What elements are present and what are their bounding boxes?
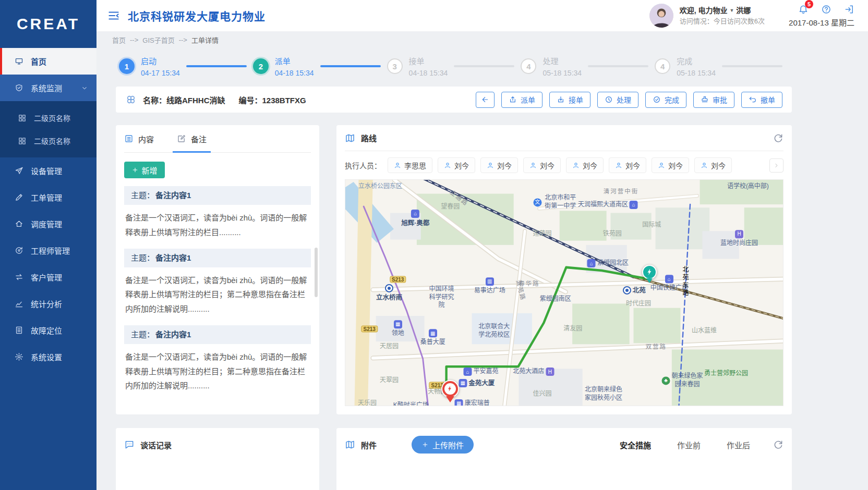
map-label: 铁苑园	[603, 230, 622, 238]
executor-chip[interactable]: 刘今	[438, 157, 475, 173]
dispatch-button[interactable]: 派单	[501, 92, 542, 108]
tab-content[interactable]: 内容	[124, 125, 154, 152]
edit-icon	[177, 134, 186, 143]
notifications-bell-icon[interactable]: 5	[798, 4, 809, 15]
sidebar-item-label: 系统设置	[31, 351, 62, 362]
map-label: ▦康宏瑞普	[455, 399, 490, 406]
breadcrumb-separator: -->	[179, 36, 187, 44]
note-body: 备注是一个汉语词汇，读音为bèi zhù。词语的一般解释表册上供填写附注的栏目；…	[124, 344, 311, 394]
sidebar-item-system-settings[interactable]: 系统设置	[0, 344, 97, 370]
help-icon[interactable]	[821, 4, 831, 15]
refresh-icon[interactable]	[773, 439, 783, 450]
step-5: 4完成05-18 15:34	[655, 55, 716, 77]
sidebar-item-stats-analysis[interactable]: 统计分析	[0, 290, 97, 317]
avatar[interactable]	[649, 4, 673, 28]
notes-tabs: 内容 备注	[124, 125, 311, 153]
bldg-poi-icon: ▦	[394, 320, 402, 328]
sidebar-menu: 首页系统监测二级页名称二级页名称设备管理工单管理调度管理工程师管理客户管理统计分…	[0, 48, 97, 370]
sidebar-item-home[interactable]: 首页	[0, 48, 97, 75]
map-label: ▥易事达广场	[474, 277, 505, 295]
route-start-marker[interactable]	[441, 380, 459, 398]
tab-safety-measures[interactable]: 安全措施	[620, 439, 651, 450]
hotel-poi-icon: H	[735, 230, 743, 238]
sidebar-item-label: 故障定位	[31, 325, 62, 336]
user-dropdown-caret[interactable]: ▼	[730, 8, 734, 13]
step-connector	[588, 65, 648, 67]
step-connector	[320, 65, 381, 67]
sidebar-item-workorder-mgmt[interactable]: 工单管理	[0, 184, 97, 211]
executor-chip[interactable]: 刘今	[652, 157, 689, 173]
upload-attachment-button[interactable]: 上传附件	[412, 436, 474, 454]
welcome-block: 欢迎, 电力物业 ▼ 洪娜 访问情况：今日访问次数6次	[680, 5, 765, 27]
map-label: ⌂旭辉·奥都	[401, 209, 429, 227]
sidebar-item-dispatch-mgmt[interactable]: 调度管理	[0, 211, 97, 237]
map-label: 春华路	[519, 280, 540, 288]
accept-button[interactable]: 接单	[549, 92, 590, 108]
note-item: 主题：备注内容1备注是一个汉语词汇，读音为bèi zhù。词语的一般解释表册上供…	[124, 249, 311, 317]
step-date: 05-18 15:34	[677, 69, 716, 77]
logout-icon[interactable]	[844, 4, 854, 15]
road-number-badge: S213	[390, 276, 406, 283]
map-label: 立水桥南	[376, 284, 402, 301]
breadcrumb-gis[interactable]: GIS子首页	[142, 35, 174, 45]
step-3: 3接单04-18 15:34	[387, 55, 448, 77]
school-poi-icon: 文	[533, 198, 541, 206]
sidebar-item-device-mgmt[interactable]: 设备管理	[0, 157, 97, 184]
add-note-button[interactable]: 新增	[124, 162, 165, 178]
sidebar-item-customer-mgmt[interactable]: 客户管理	[0, 264, 97, 290]
executor-chip[interactable]: 李思思	[388, 157, 432, 173]
refresh-icon[interactable]	[773, 133, 783, 143]
attachments-panel: 附件 上传附件 安全措施 作业前 作业后	[336, 428, 792, 490]
map-label: 天居园	[380, 343, 399, 351]
executors-more-button[interactable]	[769, 158, 783, 173]
sidebar-item-subpage-2[interactable]: 二级页名称	[0, 129, 97, 152]
step-label: 处理	[542, 55, 582, 66]
sidebar-item-monitoring[interactable]: 系统监测	[0, 75, 97, 101]
tab-remarks[interactable]: 备注	[177, 125, 207, 152]
notification-badge: 5	[805, 0, 813, 8]
map-label: 佳兴园	[533, 390, 552, 399]
sidebar-item-label: 二级页名称	[34, 113, 70, 123]
notes-panel: 内容 备注 新增 主题：备注内容1备注是一个汉语词汇，读音为bèi zhù。词语…	[116, 125, 319, 414]
executor-chip[interactable]: 刘今	[480, 157, 518, 173]
map-label: 立水桥公园东区	[358, 182, 402, 191]
approve-button[interactable]: 审批	[693, 92, 734, 108]
map-label: 北苑大酒店H	[513, 368, 554, 376]
route-end-marker[interactable]	[642, 265, 657, 279]
sidebar-item-fault-location[interactable]: 故障定位	[0, 317, 97, 344]
sidebar-item-engineer-mgmt[interactable]: 工程师管理	[0, 237, 97, 264]
revoke-button[interactable]: 撤单	[741, 92, 782, 108]
map-label: ♣朝来绿色家园来春园	[662, 373, 703, 389]
map-label: 双营路	[645, 343, 667, 351]
route-map[interactable]: 立水桥公园东区立通路望春园文北京市和平街第一中学清河营中街天润福熙大道南区⌂语学…	[345, 179, 783, 406]
notes-list: 主题：备注内容1备注是一个汉语词汇，读音为bèi zhù。词语的一般解释表册上供…	[124, 186, 311, 394]
road-number-badge: S213	[361, 325, 377, 332]
map-label: 勇士营郊野公园	[704, 370, 748, 378]
complete-button[interactable]: 完成	[645, 92, 686, 108]
chat-icon	[124, 439, 135, 450]
executor-chip[interactable]: 刘今	[609, 157, 646, 173]
map-label: ▦领地	[392, 320, 404, 338]
scrollbar-thumb[interactable]	[315, 248, 318, 297]
sidebar-item-label: 首页	[31, 56, 46, 67]
sidebar-item-label: 客户管理	[31, 272, 62, 283]
map-label: ⌂平安嘉苑	[464, 368, 499, 376]
breadcrumb-home[interactable]: 首页	[112, 35, 126, 45]
tab-before-work[interactable]: 作业前	[677, 439, 701, 450]
executor-chip[interactable]: 刘今	[694, 157, 732, 173]
sidebar-item-label: 工单管理	[31, 192, 62, 203]
tab-after-work[interactable]: 作业后	[727, 439, 750, 450]
map-label: 清河营中街	[604, 187, 639, 195]
username[interactable]: 洪娜	[736, 6, 751, 15]
menu-toggle-icon[interactable]	[107, 9, 120, 22]
executor-chip[interactable]: 刘今	[566, 157, 604, 173]
map-label: 语学校(高中部)	[727, 182, 769, 191]
map-label: 中国环境科学研究院	[427, 285, 457, 310]
back-button[interactable]	[476, 92, 495, 108]
welcome-text: 欢迎, 电力物业	[680, 6, 728, 15]
note-subject: 主题：备注内容1	[124, 325, 311, 344]
executors-row: 执行人员： 李思思刘今刘今刘今刘今刘今刘今刘今	[345, 151, 783, 179]
process-button[interactable]: 处理	[597, 92, 638, 108]
executor-chip[interactable]: 刘今	[523, 157, 561, 173]
sidebar-item-subpage-1[interactable]: 二级页名称	[0, 106, 97, 129]
